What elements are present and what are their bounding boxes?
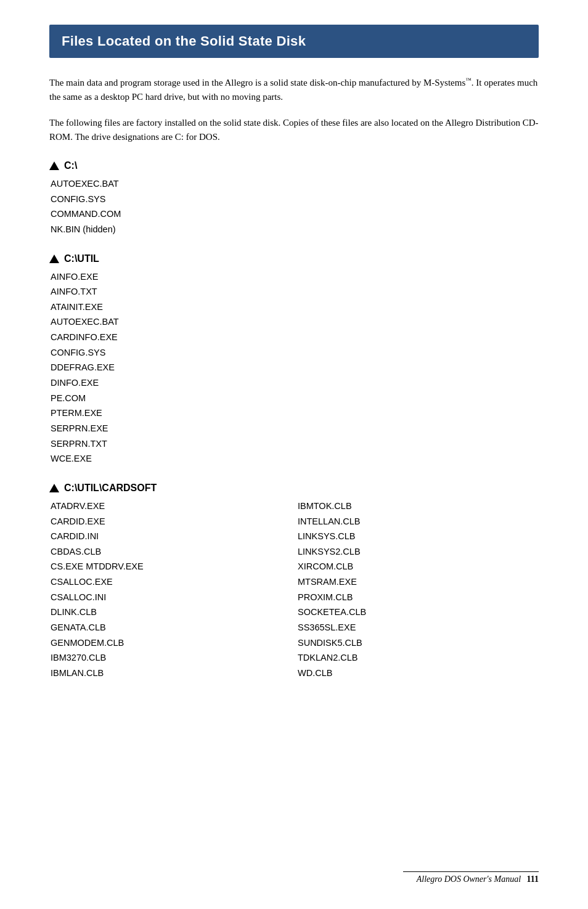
page: Files Located on the Solid State Disk Th…: [0, 0, 588, 909]
section-c-util-heading: C:\UTIL: [49, 253, 539, 264]
list-item: AUTOEXEC.BAT: [51, 314, 539, 330]
list-item: CARDINFO.EXE: [51, 330, 539, 345]
list-item: COMMAND.COM: [51, 206, 539, 222]
list-item: CSALLOC.EXE: [51, 574, 292, 590]
list-item: CONFIG.SYS: [51, 345, 539, 361]
list-item: GENATA.CLB: [51, 620, 292, 635]
list-item: AINFO.TXT: [51, 284, 539, 300]
footer-manual-name: Allegro DOS Owner's Manual: [417, 874, 521, 884]
section-c-root-label: C:\: [64, 160, 77, 171]
list-item: INTELLAN.CLB: [298, 514, 539, 529]
section-c-root-heading: C:\: [49, 160, 539, 171]
list-item: ATADRV.EXE: [51, 499, 292, 514]
list-item: WCE.EXE: [51, 451, 539, 467]
section-c-util-label: C:\UTIL: [64, 253, 99, 264]
list-item: TDKLAN2.CLB: [298, 650, 539, 666]
list-item: DINFO.EXE: [51, 375, 539, 391]
list-item: AINFO.EXE: [51, 269, 539, 285]
list-item: PTERM.EXE: [51, 406, 539, 421]
page-header: Files Located on the Solid State Disk: [49, 25, 539, 58]
list-item: PE.COM: [51, 391, 539, 406]
list-item: SS365SL.EXE: [298, 620, 539, 635]
triangle-icon: [49, 161, 59, 170]
list-item: DLINK.CLB: [51, 605, 292, 620]
c-root-file-list: AUTOEXEC.BAT CONFIG.SYS COMMAND.COM NK.B…: [51, 176, 539, 237]
triangle-icon: [49, 484, 59, 492]
list-item: NK.BIN (hidden): [51, 222, 539, 237]
list-item: ATAINIT.EXE: [51, 300, 539, 315]
page-title: Files Located on the Solid State Disk: [62, 33, 526, 49]
list-item: SERPRN.TXT: [51, 436, 539, 452]
triangle-icon: [49, 255, 59, 263]
c-util-file-list: AINFO.EXE AINFO.TXT ATAINIT.EXE AUTOEXEC…: [51, 269, 539, 467]
list-item: PROXIM.CLB: [298, 590, 539, 605]
list-item: CSALLOC.INI: [51, 590, 292, 605]
list-item: AUTOEXEC.BAT: [51, 176, 539, 192]
list-item: CONFIG.SYS: [51, 192, 539, 207]
footer-text: Allegro DOS Owner's Manual 111: [417, 874, 539, 884]
section-c-util-cardsoft-label: C:\UTIL\CARDSOFT: [64, 483, 157, 494]
intro-paragraph-2: The following files are factory installe…: [49, 116, 539, 145]
list-item: SERPRN.EXE: [51, 421, 539, 436]
section-c-util-cardsoft-heading: C:\UTIL\CARDSOFT: [49, 483, 539, 494]
list-item: GENMODEM.CLB: [51, 635, 292, 651]
c-util-cardsoft-file-list: ATADRV.EXE CARDID.EXE CARDID.INI CBDAS.C…: [51, 499, 539, 681]
list-item: SOCKETEA.CLB: [298, 605, 539, 620]
file-list-col2: IBMTOK.CLB INTELLAN.CLB LINKSYS.CLB LINK…: [298, 499, 539, 681]
footer-divider: [403, 871, 539, 872]
list-item: IBM3270.CLB: [51, 650, 292, 666]
list-item: DDEFRAG.EXE: [51, 360, 539, 375]
page-footer: Allegro DOS Owner's Manual 111: [403, 871, 539, 884]
list-item: XIRCOM.CLB: [298, 559, 539, 574]
footer-page-number: 111: [527, 874, 539, 884]
list-item: LINKSYS2.CLB: [298, 544, 539, 560]
list-item: CARDID.EXE: [51, 514, 292, 529]
list-item: IBMLAN.CLB: [51, 666, 292, 681]
list-item: CBDAS.CLB: [51, 544, 292, 560]
list-item: WD.CLB: [298, 666, 539, 681]
list-item: IBMTOK.CLB: [298, 499, 539, 514]
intro-paragraph-1: The main data and program storage used i…: [49, 75, 539, 105]
list-item: SUNDISK5.CLB: [298, 635, 539, 651]
file-list-col1: ATADRV.EXE CARDID.EXE CARDID.INI CBDAS.C…: [51, 499, 292, 681]
list-item: CARDID.INI: [51, 529, 292, 544]
list-item: CS.EXE MTDDRV.EXE: [51, 559, 292, 574]
list-item: MTSRAM.EXE: [298, 574, 539, 590]
list-item: LINKSYS.CLB: [298, 529, 539, 544]
